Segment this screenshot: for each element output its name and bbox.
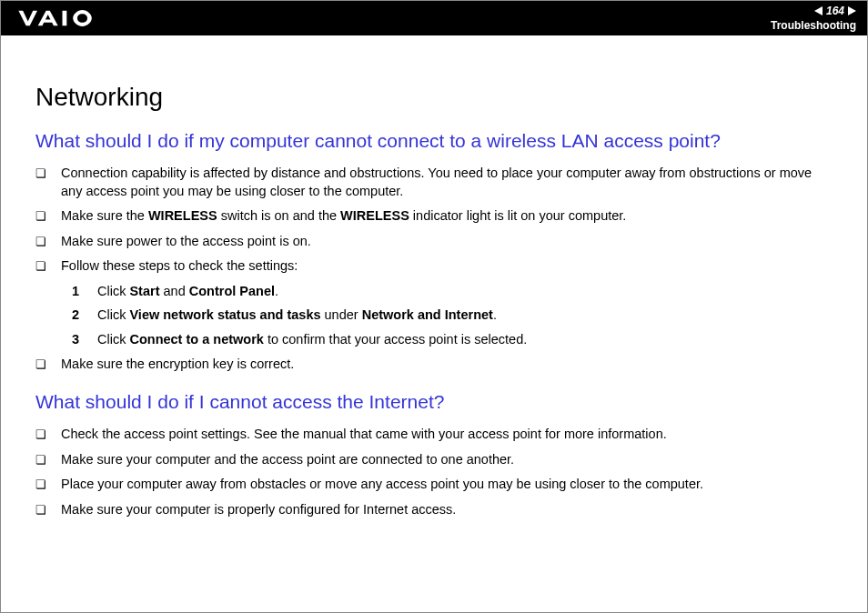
bullet-icon: ❏ <box>35 165 61 182</box>
step-number: 3 <box>72 331 97 349</box>
step-number: 2 <box>72 306 97 325</box>
bullet-icon: ❏ <box>35 257 61 275</box>
bullet-text: Make sure your computer and the access p… <box>61 451 833 469</box>
step-item: 1 Click Start and Control Panel. <box>72 283 833 301</box>
bullet-text: Make sure your computer is properly conf… <box>61 501 833 519</box>
list-item: ❏ Connection capability is affected by d… <box>35 165 833 200</box>
page-number: 164 <box>826 5 844 17</box>
section-label: Troubleshooting <box>771 19 856 32</box>
list-item: ❏ Make sure the encryption key is correc… <box>35 356 833 374</box>
list-item: ❏ Check the access point settings. See t… <box>35 426 833 444</box>
bullet-text: Make sure the encryption key is correct. <box>61 356 833 374</box>
step-text: Click View network status and tasks unde… <box>97 306 497 325</box>
bullet-list-1b: ❏ Make sure the encryption key is correc… <box>35 356 833 374</box>
vaio-logo <box>17 8 117 28</box>
step-text: Click Connect to a network to confirm th… <box>97 331 527 349</box>
document-page: 164 Troubleshooting Networking What shou… <box>0 0 868 613</box>
header-meta: 164 Troubleshooting <box>771 5 856 32</box>
list-item: ❏ Make sure your computer and the access… <box>35 451 833 469</box>
bullet-icon: ❏ <box>35 426 61 443</box>
header-bar: 164 Troubleshooting <box>1 1 867 35</box>
list-item: ❏ Make sure power to the access point is… <box>35 233 833 251</box>
step-number: 1 <box>72 283 97 301</box>
bullet-text: Place your computer away from obstacles … <box>61 476 833 494</box>
nav-prev-icon[interactable] <box>814 6 823 15</box>
bullet-text: Make sure power to the access point is o… <box>61 233 833 251</box>
question-heading-2: What should I do if I cannot access the … <box>35 391 833 413</box>
bullet-text: Connection capability is affected by dis… <box>61 165 833 200</box>
nav-next-icon[interactable] <box>848 6 856 15</box>
svg-rect-0 <box>63 11 67 26</box>
list-item: ❏ Place your computer away from obstacle… <box>35 476 833 494</box>
list-item: ❏ Follow these steps to check the settin… <box>35 257 833 276</box>
bullet-icon: ❏ <box>35 501 61 518</box>
bullet-icon: ❏ <box>35 451 61 468</box>
steps-list: 1 Click Start and Control Panel. 2 Click… <box>35 283 833 349</box>
page-title: Networking <box>35 83 833 112</box>
bullet-icon: ❏ <box>35 233 61 250</box>
list-item: ❏ Make sure the WIRELESS switch is on an… <box>35 207 833 226</box>
content-area: Networking What should I do if my comput… <box>1 35 867 544</box>
bullet-list-1: ❏ Connection capability is affected by d… <box>35 165 833 276</box>
page-nav: 164 <box>814 5 856 17</box>
bullet-icon: ❏ <box>35 207 61 225</box>
bullet-text: Follow these steps to check the settings… <box>61 257 833 276</box>
bullet-text: Make sure the WIRELESS switch is on and … <box>61 207 833 226</box>
step-item: 3 Click Connect to a network to confirm … <box>72 331 833 349</box>
bullet-text: Check the access point settings. See the… <box>61 426 833 444</box>
list-item: ❏ Make sure your computer is properly co… <box>35 501 833 519</box>
bullet-list-2: ❏ Check the access point settings. See t… <box>35 426 833 518</box>
bullet-icon: ❏ <box>35 476 61 493</box>
question-heading-1: What should I do if my computer cannot c… <box>35 130 833 152</box>
bullet-icon: ❏ <box>35 356 61 373</box>
step-item: 2 Click View network status and tasks un… <box>72 306 833 325</box>
step-text: Click Start and Control Panel. <box>97 283 278 301</box>
